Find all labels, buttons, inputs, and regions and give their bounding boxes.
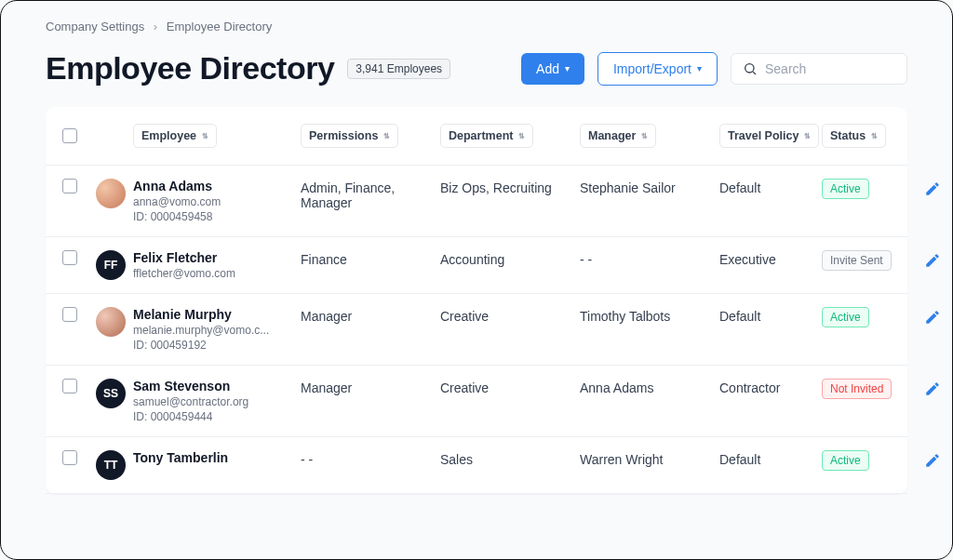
sort-icon: ⇅ xyxy=(383,134,390,139)
cell-permissions: Finance xyxy=(301,250,440,267)
sort-icon: ⇅ xyxy=(202,134,208,139)
edit-icon[interactable] xyxy=(924,179,953,201)
status-badge: Active xyxy=(822,450,869,471)
cell-department: Sales xyxy=(440,450,580,467)
chevron-down-icon: ▾ xyxy=(697,63,702,73)
table-row: Anna Adamsanna@vomo.comID: 0000459458Adm… xyxy=(46,166,907,237)
import-export-label: Import/Export xyxy=(613,61,691,76)
employee-id: ID: 0000459458 xyxy=(133,210,291,223)
table-row: FFFelix Fletcherffletcher@vomo.comFinanc… xyxy=(46,237,907,294)
status-badge: Invite Sent xyxy=(822,250,892,271)
employee-count-badge: 3,941 Employees xyxy=(347,59,450,79)
cell-manager: Anna Adams xyxy=(580,379,719,395)
page-title: Employee Directory xyxy=(46,50,334,87)
sort-icon: ⇅ xyxy=(804,134,811,139)
cell-department: Creative xyxy=(440,307,580,324)
employee-email: anna@vomo.com xyxy=(133,195,291,208)
cell-travel-policy: Default xyxy=(719,450,822,467)
column-manager[interactable]: Manager⇅ xyxy=(580,124,656,148)
row-checkbox[interactable] xyxy=(62,307,77,322)
cell-travel-policy: Contractor xyxy=(719,379,822,395)
sort-icon: ⇅ xyxy=(518,134,525,139)
employee-table: Employee⇅ Permissions⇅ Department⇅ Manag… xyxy=(46,107,907,494)
row-checkbox[interactable] xyxy=(62,179,77,193)
employee-email: melanie.murphy@vomo.c... xyxy=(133,324,291,337)
table-row: Melanie Murphymelanie.murphy@vomo.c...ID… xyxy=(46,294,907,366)
select-all-checkbox[interactable] xyxy=(62,128,77,143)
cell-travel-policy: Default xyxy=(719,307,822,324)
sort-icon: ⇅ xyxy=(641,134,648,139)
cell-department: Accounting xyxy=(440,250,580,267)
row-checkbox[interactable] xyxy=(62,379,77,393)
edit-icon[interactable] xyxy=(924,307,953,329)
row-checkbox[interactable] xyxy=(62,250,77,265)
avatar: SS xyxy=(96,379,126,408)
search-icon xyxy=(743,61,758,76)
avatar: TT xyxy=(96,450,126,480)
cell-travel-policy: Executive xyxy=(719,250,822,267)
employee-name[interactable]: Melanie Murphy xyxy=(133,307,301,322)
avatar: FF xyxy=(96,250,126,280)
table-row: TTTony Tamberlin- -SalesWarren WrightDef… xyxy=(46,437,907,494)
cell-department: Biz Ops, Recruiting xyxy=(440,179,580,195)
cell-manager: Timothy Talbots xyxy=(580,307,719,324)
cell-travel-policy: Default xyxy=(719,179,822,195)
add-button[interactable]: Add ▾ xyxy=(521,53,584,85)
employee-name[interactable]: Tony Tamberlin xyxy=(133,450,301,465)
column-employee[interactable]: Employee⇅ xyxy=(133,124,217,148)
column-permissions[interactable]: Permissions⇅ xyxy=(301,124,398,148)
column-department[interactable]: Department⇅ xyxy=(440,124,533,148)
add-button-label: Add xyxy=(536,61,559,76)
search-input[interactable] xyxy=(765,61,895,76)
import-export-button[interactable]: Import/Export ▾ xyxy=(597,52,718,86)
column-travel-policy[interactable]: Travel Policy⇅ xyxy=(719,124,819,148)
column-status[interactable]: Status⇅ xyxy=(822,124,886,148)
cell-permissions: Admin, Finance, Manager xyxy=(301,179,440,210)
edit-icon[interactable] xyxy=(924,450,953,473)
chevron-down-icon: ▾ xyxy=(565,63,570,73)
employee-name[interactable]: Anna Adams xyxy=(133,179,301,193)
table-row: SSSam Stevensonsamuel@contractor.orgID: … xyxy=(46,366,907,437)
avatar xyxy=(96,179,126,208)
row-checkbox[interactable] xyxy=(62,450,77,465)
employee-id: ID: 0000459444 xyxy=(133,410,291,423)
chevron-right-icon: › xyxy=(154,20,157,33)
cell-permissions: - - xyxy=(301,450,440,467)
status-badge: Active xyxy=(822,307,869,327)
sort-icon: ⇅ xyxy=(871,134,878,139)
cell-manager: Stephanie Sailor xyxy=(580,179,719,195)
cell-department: Creative xyxy=(440,379,580,395)
status-badge: Not Invited xyxy=(822,379,892,399)
breadcrumb: Company Settings › Employee Directory xyxy=(46,20,907,33)
cell-permissions: Manager xyxy=(301,379,440,395)
cell-manager: - - xyxy=(580,250,719,267)
employee-name[interactable]: Felix Fletcher xyxy=(133,250,301,265)
breadcrumb-parent[interactable]: Company Settings xyxy=(46,20,144,33)
employee-id: ID: 000459192 xyxy=(133,339,291,352)
search-field[interactable] xyxy=(731,53,907,85)
edit-icon[interactable] xyxy=(924,379,953,401)
employee-email: ffletcher@vomo.com xyxy=(133,267,291,280)
avatar xyxy=(96,307,126,337)
table-header-row: Employee⇅ Permissions⇅ Department⇅ Manag… xyxy=(46,107,907,166)
cell-manager: Warren Wright xyxy=(580,450,719,467)
svg-point-0 xyxy=(745,63,754,72)
employee-email: samuel@contractor.org xyxy=(133,395,291,408)
edit-icon[interactable] xyxy=(924,250,953,273)
cell-permissions: Manager xyxy=(301,307,440,324)
employee-name[interactable]: Sam Stevenson xyxy=(133,379,301,393)
breadcrumb-current: Employee Directory xyxy=(167,20,272,33)
svg-line-1 xyxy=(753,72,756,74)
status-badge: Active xyxy=(822,179,869,199)
